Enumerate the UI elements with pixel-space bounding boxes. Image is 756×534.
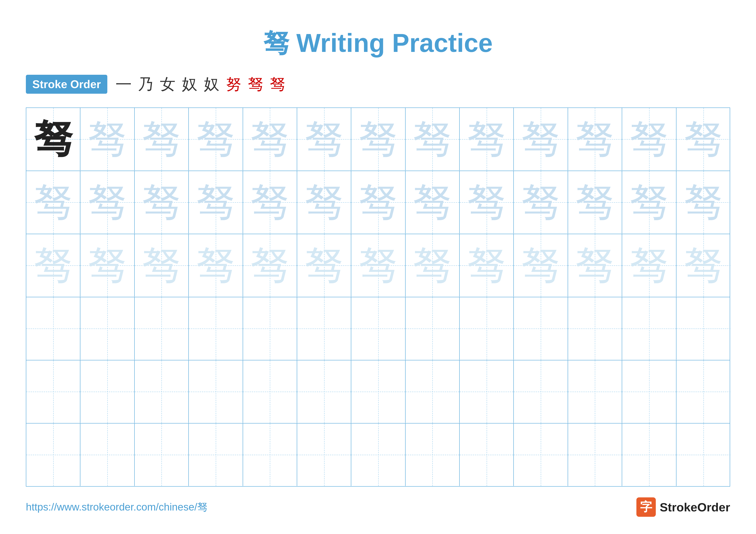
page: 驽 Writing Practice Stroke Order ㇐ 乃 女 奴 … xyxy=(0,0,756,534)
grid-row-5 xyxy=(26,360,730,423)
grid-row-6 xyxy=(26,423,730,486)
grid-cell-3-10: 驽 xyxy=(514,234,568,297)
grid-cell-4-8 xyxy=(406,297,460,360)
grid-cell-5-6 xyxy=(297,360,351,423)
grid-cell-5-11 xyxy=(568,360,622,423)
grid-cell-5-4 xyxy=(189,360,243,423)
grid-cell-4-5 xyxy=(243,297,297,360)
grid-cell-5-2 xyxy=(80,360,134,423)
grid-cell-1-9: 驽 xyxy=(460,108,514,170)
grid-cell-2-6: 驽 xyxy=(297,171,351,234)
grid-cell-1-3: 驽 xyxy=(135,108,189,170)
grid-cell-2-8: 驽 xyxy=(406,171,460,234)
grid-cell-1-11: 驽 xyxy=(568,108,622,170)
grid-cell-2-4: 驽 xyxy=(189,171,243,234)
grid-row-2: 驽 驽 驽 驽 驽 驽 驽 驽 驽 驽 驽 驽 驽 xyxy=(26,171,730,234)
grid-cell-1-4: 驽 xyxy=(189,108,243,170)
grid-cell-5-12 xyxy=(622,360,676,423)
grid-cell-1-8: 驽 xyxy=(406,108,460,170)
grid-cell-4-2 xyxy=(80,297,134,360)
title-chinese: 驽 Writing Practice xyxy=(263,28,493,57)
grid-cell-6-5 xyxy=(243,423,297,486)
stroke-4: 奴 xyxy=(182,74,198,94)
grid-cell-1-10: 驽 xyxy=(514,108,568,170)
grid-cell-3-3: 驽 xyxy=(135,234,189,297)
grid-cell-4-1 xyxy=(26,297,80,360)
stroke-sequence: ㇐ 乃 女 奴 奴 努 驽 驽 xyxy=(116,74,285,94)
stroke-6: 努 xyxy=(226,74,241,94)
grid-row-3: 驽 驽 驽 驽 驽 驽 驽 驽 驽 驽 驽 驽 驽 xyxy=(26,234,730,297)
stroke-2: 乃 xyxy=(138,74,153,94)
grid-cell-4-12 xyxy=(622,297,676,360)
footer: https://www.strokeorder.com/chinese/驽 字 … xyxy=(26,497,730,517)
grid-cell-6-7 xyxy=(351,423,405,486)
grid-cell-3-13: 驽 xyxy=(676,234,731,297)
grid-cell-1-12: 驽 xyxy=(622,108,676,170)
grid-cell-3-9: 驽 xyxy=(460,234,514,297)
logo-text: StrokeOrder xyxy=(660,500,730,514)
grid-cell-2-2: 驽 xyxy=(80,171,134,234)
grid-cell-4-11 xyxy=(568,297,622,360)
grid-cell-6-10 xyxy=(514,423,568,486)
stroke-1: ㇐ xyxy=(116,74,131,94)
grid-cell-2-11: 驽 xyxy=(568,171,622,234)
grid-cell-5-10 xyxy=(514,360,568,423)
grid-cell-1-5: 驽 xyxy=(243,108,297,170)
char-dark: 驽 xyxy=(34,120,73,159)
grid-cell-3-6: 驽 xyxy=(297,234,351,297)
footer-logo: 字 StrokeOrder xyxy=(636,497,730,517)
grid-cell-1-13: 驽 xyxy=(676,108,731,170)
grid-cell-2-12: 驽 xyxy=(622,171,676,234)
grid-cell-6-13 xyxy=(676,423,731,486)
grid-cell-1-7: 驽 xyxy=(351,108,405,170)
stroke-5: 奴 xyxy=(204,74,219,94)
stroke-order-badge: Stroke Order xyxy=(26,75,107,94)
grid-cell-2-13: 驽 xyxy=(676,171,731,234)
grid-cell-4-10 xyxy=(514,297,568,360)
grid-cell-1-6: 驽 xyxy=(297,108,351,170)
grid-cell-3-2: 驽 xyxy=(80,234,134,297)
stroke-8: 驽 xyxy=(270,74,285,94)
footer-url[interactable]: https://www.strokeorder.com/chinese/驽 xyxy=(26,500,207,514)
grid-cell-4-4 xyxy=(189,297,243,360)
grid-cell-3-8: 驽 xyxy=(406,234,460,297)
practice-grid: 驽 驽 驽 驽 驽 驽 驽 驽 驽 驽 驽 驽 驽 驽 驽 驽 驽 驽 驽 驽 … xyxy=(26,108,730,487)
stroke-7: 驽 xyxy=(248,74,263,94)
grid-cell-3-11: 驽 xyxy=(568,234,622,297)
grid-cell-6-11 xyxy=(568,423,622,486)
grid-cell-4-13 xyxy=(676,297,731,360)
grid-cell-1-1: 驽 xyxy=(26,108,80,170)
grid-cell-6-8 xyxy=(406,423,460,486)
grid-cell-2-7: 驽 xyxy=(351,171,405,234)
grid-cell-2-3: 驽 xyxy=(135,171,189,234)
grid-cell-3-7: 驽 xyxy=(351,234,405,297)
grid-cell-5-13 xyxy=(676,360,731,423)
grid-cell-4-6 xyxy=(297,297,351,360)
page-title: 驽 Writing Practice xyxy=(26,26,730,61)
grid-cell-2-9: 驽 xyxy=(460,171,514,234)
grid-cell-5-5 xyxy=(243,360,297,423)
grid-cell-5-9 xyxy=(460,360,514,423)
grid-row-4 xyxy=(26,297,730,360)
grid-cell-6-3 xyxy=(135,423,189,486)
grid-cell-5-7 xyxy=(351,360,405,423)
grid-cell-6-9 xyxy=(460,423,514,486)
grid-cell-5-1 xyxy=(26,360,80,423)
grid-cell-4-3 xyxy=(135,297,189,360)
grid-cell-2-10: 驽 xyxy=(514,171,568,234)
grid-row-1: 驽 驽 驽 驽 驽 驽 驽 驽 驽 驽 驽 驽 驽 xyxy=(26,108,730,171)
grid-cell-4-7 xyxy=(351,297,405,360)
grid-cell-6-2 xyxy=(80,423,134,486)
grid-cell-5-3 xyxy=(135,360,189,423)
grid-cell-6-1 xyxy=(26,423,80,486)
grid-cell-3-4: 驽 xyxy=(189,234,243,297)
grid-cell-6-12 xyxy=(622,423,676,486)
logo-icon: 字 xyxy=(636,497,656,517)
grid-cell-1-2: 驽 xyxy=(80,108,134,170)
stroke-3: 女 xyxy=(160,74,176,94)
grid-cell-6-4 xyxy=(189,423,243,486)
grid-cell-5-8 xyxy=(406,360,460,423)
grid-cell-3-1: 驽 xyxy=(26,234,80,297)
grid-cell-6-6 xyxy=(297,423,351,486)
grid-cell-2-1: 驽 xyxy=(26,171,80,234)
